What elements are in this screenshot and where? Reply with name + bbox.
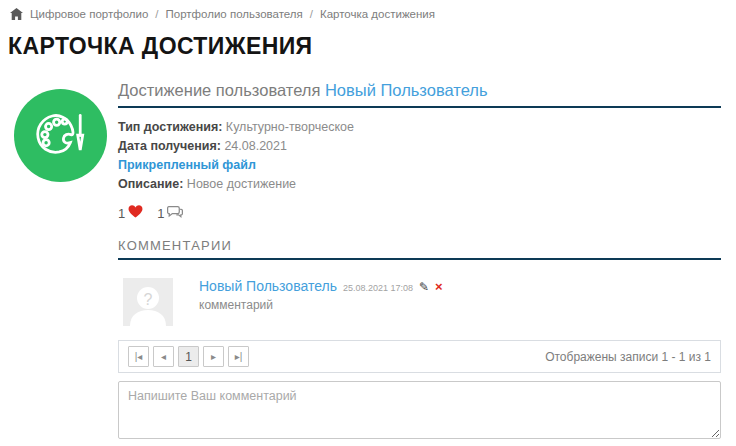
main-content: Достижение пользователя Новый Пользовате… bbox=[0, 81, 736, 446]
description-row: Описание: Новое достижение bbox=[118, 175, 721, 194]
comment-header: Новый Пользователь 25.08.2021 17:08 ✎ × bbox=[199, 278, 443, 294]
comment-timestamp: 25.08.2021 17:08 bbox=[343, 283, 413, 293]
achievement-heading: Достижение пользователя Новый Пользовате… bbox=[118, 81, 721, 100]
delete-comment-icon[interactable]: × bbox=[435, 280, 443, 293]
likes-group: 1 bbox=[118, 205, 143, 221]
comment-avatar: ? bbox=[123, 278, 173, 326]
comments-section-heading: КОММЕНТАРИИ bbox=[118, 238, 721, 253]
achievement-card-page: Цифровое портфолио / Портфолио пользоват… bbox=[0, 0, 736, 446]
heart-icon[interactable] bbox=[128, 205, 143, 221]
achievement-date-value: 24.08.2021 bbox=[224, 139, 287, 153]
comment-text: комментарий bbox=[199, 298, 443, 312]
breadcrumb-item-current: Карточка достижения bbox=[320, 8, 435, 20]
description-label: Описание: bbox=[118, 177, 183, 191]
pagination-buttons: |◂ ◂ 1 ▸ ▸| bbox=[128, 346, 249, 367]
breadcrumb-separator: / bbox=[310, 8, 313, 20]
palette-and-brush-icon bbox=[30, 103, 92, 169]
badge-column bbox=[8, 81, 118, 446]
comments-count-group: 1 bbox=[157, 205, 183, 221]
achievement-details: Тип достижения: Культурно-творческое Дат… bbox=[118, 118, 721, 194]
likes-count: 1 bbox=[118, 206, 125, 221]
pagination-last-button[interactable]: ▸| bbox=[228, 346, 249, 367]
pagination-first-button[interactable]: |◂ bbox=[128, 346, 149, 367]
comments-pagination: |◂ ◂ 1 ▸ ▸| Отображены записи 1 - 1 из 1 bbox=[118, 340, 721, 373]
svg-text:?: ? bbox=[144, 291, 153, 308]
breadcrumb-item-portfolio[interactable]: Цифровое портфолио bbox=[30, 8, 148, 20]
edit-comment-icon[interactable]: ✎ bbox=[419, 280, 429, 294]
pagination-next-button[interactable]: ▸ bbox=[203, 346, 224, 367]
comment-body: Новый Пользователь 25.08.2021 17:08 ✎ × … bbox=[199, 278, 443, 326]
breadcrumb: Цифровое портфолио / Портфолио пользоват… bbox=[0, 0, 736, 20]
pagination-page-1-button[interactable]: 1 bbox=[178, 346, 199, 367]
achievement-date-label: Дата получения: bbox=[118, 139, 221, 153]
achievement-date-row: Дата получения: 24.08.2021 bbox=[118, 137, 721, 156]
attachment-row: Прикрепленный файл bbox=[118, 156, 721, 175]
breadcrumb-separator: / bbox=[155, 8, 158, 20]
comments-divider bbox=[118, 258, 721, 260]
comment-author-link[interactable]: Новый Пользователь bbox=[199, 278, 337, 294]
achievement-type-badge bbox=[14, 89, 107, 182]
description-value: Новое достижение bbox=[187, 177, 296, 191]
achievement-user-link[interactable]: Новый Пользователь bbox=[325, 81, 488, 99]
page-title: КАРТОЧКА ДОСТИЖЕНИЯ bbox=[8, 33, 736, 60]
pagination-prev-button[interactable]: ◂ bbox=[153, 346, 174, 367]
comment-item: ? Новый Пользователь 25.08.2021 17:08 ✎ … bbox=[123, 278, 721, 326]
breadcrumb-item-user-portfolio[interactable]: Портфолио пользователя bbox=[166, 8, 303, 20]
home-icon[interactable] bbox=[10, 8, 23, 20]
achievement-type-value: Культурно-творческое bbox=[226, 120, 354, 134]
comments-count: 1 bbox=[157, 206, 164, 221]
achievement-type-label: Тип достижения: bbox=[118, 120, 222, 134]
achievement-content: Достижение пользователя Новый Пользовате… bbox=[118, 81, 721, 446]
reactions-row: 1 1 bbox=[118, 205, 721, 221]
achievement-type-row: Тип достижения: Культурно-творческое bbox=[118, 118, 721, 137]
heading-divider bbox=[118, 106, 721, 108]
comment-input[interactable] bbox=[118, 381, 721, 439]
pagination-summary: Отображены записи 1 - 1 из 1 bbox=[545, 350, 711, 364]
achievement-heading-prefix: Достижение пользователя bbox=[118, 81, 320, 99]
attachment-link[interactable]: Прикрепленный файл bbox=[118, 158, 256, 172]
comment-bubble-icon bbox=[167, 205, 183, 221]
